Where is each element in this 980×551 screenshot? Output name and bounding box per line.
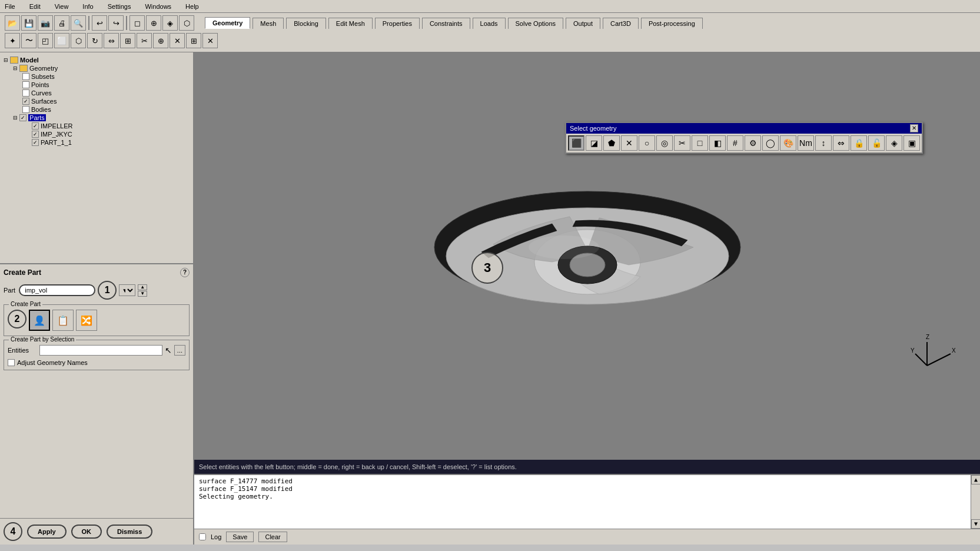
log-checkbox[interactable]: [199, 533, 206, 540]
apply-button[interactable]: Apply: [27, 525, 67, 539]
tree-surfaces[interactable]: ✓ Surfaces: [4, 97, 190, 105]
rotate-tool[interactable]: ↻: [87, 33, 102, 48]
tree-part-1-1[interactable]: ✓ PART_1_1: [4, 138, 190, 147]
geo-select3-btn[interactable]: ◧: [709, 135, 726, 151]
geo-circle-btn[interactable]: ○: [639, 135, 655, 151]
scale-tool[interactable]: ⊞: [120, 33, 135, 48]
viewport-3d[interactable]: Select geometry ✕ ⬛ ◪ ⬟ ✕ ○ ◎ ✂ □ ◧ # ⚙ …: [194, 52, 980, 460]
curve-tool[interactable]: 〜: [21, 33, 36, 48]
tab-post-processing[interactable]: Post-processing: [641, 18, 703, 29]
geo-name-btn[interactable]: Nm: [798, 135, 814, 151]
console-scroll-down[interactable]: ▼: [971, 519, 980, 529]
create-move-btn[interactable]: 🔀: [76, 310, 97, 331]
tree-parts[interactable]: ⊟ ✓ Parts: [4, 114, 190, 122]
save-console-button[interactable]: Save: [226, 532, 254, 542]
tree-subsets[interactable]: Subsets: [4, 72, 190, 81]
menu-help[interactable]: Help: [183, 2, 201, 11]
geo-circle2-btn[interactable]: ◎: [656, 135, 673, 151]
open-button[interactable]: 📂: [5, 15, 20, 31]
tree-curves[interactable]: Curves: [4, 89, 190, 97]
geo-select-all-btn[interactable]: ⬛: [568, 135, 584, 151]
geo-unlock-btn[interactable]: 🔓: [868, 135, 885, 151]
box-tool[interactable]: ⬜: [54, 33, 69, 48]
tab-properties[interactable]: Properties: [375, 18, 420, 29]
impeller-checkbox[interactable]: ✓: [32, 122, 39, 130]
geo-arrow-btn[interactable]: ↕: [815, 135, 832, 151]
view-button-2[interactable]: ⊕: [146, 15, 161, 31]
undo-button[interactable]: ↩: [92, 15, 107, 31]
geo-cut-btn[interactable]: ✂: [674, 135, 690, 151]
redo-button[interactable]: ↪: [108, 15, 124, 31]
view-button-4[interactable]: ⬡: [179, 15, 194, 31]
clear-console-button[interactable]: Clear: [258, 532, 287, 542]
geo-filter1-btn[interactable]: ◈: [886, 135, 902, 151]
part-1-1-checkbox[interactable]: ✓: [32, 139, 39, 146]
geo-filter2-btn[interactable]: ▣: [903, 135, 920, 151]
cylinder-tool[interactable]: ⬡: [71, 33, 86, 48]
merge-tool[interactable]: ⊕: [153, 33, 168, 48]
geo-box-btn[interactable]: □: [692, 135, 708, 151]
repair-tool[interactable]: ⊞: [186, 33, 201, 48]
surfaces-checkbox[interactable]: ✓: [22, 98, 29, 105]
tab-loads[interactable]: Loads: [473, 18, 506, 29]
delete-tool[interactable]: ✕: [202, 33, 218, 48]
tab-constraints[interactable]: Constraints: [422, 18, 470, 29]
tab-mesh[interactable]: Mesh: [253, 18, 284, 29]
tab-blocking[interactable]: Blocking: [286, 18, 326, 29]
entities-input[interactable]: [39, 345, 162, 356]
help-icon[interactable]: ?: [180, 268, 190, 277]
dots-button[interactable]: ...: [174, 345, 185, 356]
part-dropdown[interactable]: ▼: [119, 284, 135, 296]
tab-cart3d[interactable]: Cart3D: [603, 18, 639, 29]
create-from-selection-btn[interactable]: 👤: [29, 310, 50, 331]
cursor-icon[interactable]: ↖: [165, 346, 172, 355]
curves-checkbox[interactable]: [22, 89, 29, 97]
geo-color-btn[interactable]: 🎨: [780, 135, 796, 151]
zoom-button[interactable]: 🔍: [71, 15, 86, 31]
geo-select-visible-btn[interactable]: ◪: [586, 135, 602, 151]
dismiss-button[interactable]: Dismiss: [107, 525, 152, 539]
save-button[interactable]: 💾: [21, 15, 36, 31]
tree-geometry[interactable]: ⊟ Geometry: [4, 64, 190, 72]
mirror-tool[interactable]: ⇔: [104, 33, 119, 48]
print-button[interactable]: 🖨: [54, 15, 69, 31]
geo-mirror-btn[interactable]: ⇔: [833, 135, 849, 151]
adjust-geometry-checkbox[interactable]: [8, 359, 15, 366]
tree-part-impeller[interactable]: ✓ IMPELLER: [4, 122, 190, 130]
part-name-input[interactable]: [19, 284, 95, 296]
menu-windows[interactable]: Windows: [142, 2, 174, 11]
split-tool[interactable]: ✕: [170, 33, 185, 48]
scroll-down-btn[interactable]: ▼: [138, 291, 147, 297]
surface-tool[interactable]: ◰: [38, 33, 53, 48]
points-checkbox[interactable]: [22, 81, 29, 88]
tab-solve-options[interactable]: Solve Options: [508, 18, 563, 29]
tree-points[interactable]: Points: [4, 81, 190, 89]
geo-lock-btn[interactable]: 🔒: [851, 135, 867, 151]
trim-tool[interactable]: ✂: [137, 33, 152, 48]
geo-render-btn[interactable]: ◯: [762, 135, 779, 151]
tab-geometry[interactable]: Geometry: [205, 17, 250, 29]
select-geometry-close-button[interactable]: ✕: [910, 124, 918, 132]
menu-settings[interactable]: Settings: [105, 2, 134, 11]
menu-info[interactable]: Info: [80, 2, 95, 11]
create-from-file-btn[interactable]: 📋: [52, 310, 74, 331]
view-button-3[interactable]: ◈: [162, 15, 178, 31]
menu-file[interactable]: File: [2, 2, 18, 11]
ok-button[interactable]: OK: [71, 525, 102, 539]
imp-jkyc-checkbox[interactable]: ✓: [32, 131, 39, 138]
tree-bodies[interactable]: Bodies: [4, 105, 190, 114]
console-scroll-up[interactable]: ▲: [971, 475, 980, 484]
subsets-checkbox[interactable]: [22, 73, 29, 80]
screenshot-button[interactable]: 📷: [38, 15, 53, 31]
bodies-checkbox[interactable]: [22, 106, 29, 113]
tree-model[interactable]: ⊟ Model: [4, 56, 190, 64]
geo-settings-btn[interactable]: ⚙: [745, 135, 761, 151]
geo-hash-btn[interactable]: #: [727, 135, 743, 151]
tab-edit-mesh[interactable]: Edit Mesh: [328, 18, 373, 29]
geo-deselect-btn[interactable]: ✕: [621, 135, 637, 151]
scroll-up-btn[interactable]: ▲: [138, 284, 147, 290]
view-button-1[interactable]: ◻: [129, 15, 145, 31]
menu-edit[interactable]: Edit: [27, 2, 43, 11]
parts-checkbox[interactable]: ✓: [19, 114, 26, 121]
select-tool[interactable]: ✦: [5, 33, 20, 48]
